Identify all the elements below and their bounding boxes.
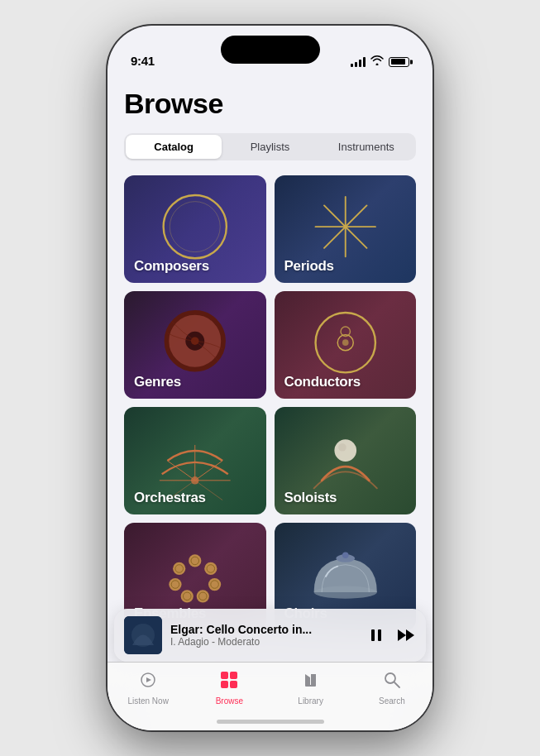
svg-point-21 bbox=[181, 590, 194, 602]
pause-button[interactable] bbox=[368, 627, 385, 644]
svg-rect-36 bbox=[371, 629, 375, 641]
svg-rect-43 bbox=[230, 672, 237, 679]
mini-player-info: Elgar: Cello Concerto in... I. Adagio - … bbox=[170, 623, 360, 648]
tab-library-label: Library bbox=[298, 696, 323, 706]
grid-item-periods[interactable]: Periods bbox=[275, 175, 417, 283]
listen-now-icon bbox=[138, 671, 158, 694]
grid-item-genres[interactable]: Genres bbox=[124, 291, 266, 399]
svg-point-15 bbox=[334, 439, 356, 462]
svg-line-48 bbox=[394, 682, 399, 687]
svg-rect-42 bbox=[221, 672, 228, 679]
skip-forward-button[interactable] bbox=[396, 627, 416, 644]
svg-point-16 bbox=[338, 443, 346, 452]
svg-point-18 bbox=[204, 562, 217, 575]
composers-label: Composers bbox=[134, 258, 209, 275]
tab-search-label: Search bbox=[379, 696, 405, 706]
battery-icon bbox=[389, 57, 409, 67]
mini-player-controls bbox=[368, 627, 416, 644]
svg-rect-44 bbox=[221, 681, 228, 688]
svg-point-0 bbox=[164, 195, 227, 258]
tab-browse-label: Browse bbox=[216, 696, 243, 706]
genres-label: Genres bbox=[134, 374, 181, 390]
dynamic-island bbox=[221, 36, 320, 64]
grid-item-soloists[interactable]: Soloists bbox=[275, 407, 417, 514]
svg-rect-45 bbox=[230, 681, 237, 688]
orchestras-label: Orchestras bbox=[134, 490, 206, 506]
grid-item-orchestras[interactable]: Orchestras bbox=[124, 407, 266, 514]
page-title: Browse bbox=[124, 88, 416, 120]
svg-marker-41 bbox=[146, 677, 151, 682]
tab-browse[interactable]: Browse bbox=[189, 671, 270, 706]
svg-point-17 bbox=[189, 554, 201, 567]
svg-point-47 bbox=[385, 673, 395, 683]
svg-point-14 bbox=[191, 476, 199, 485]
mini-player-artwork bbox=[124, 616, 162, 654]
svg-marker-39 bbox=[406, 629, 414, 641]
svg-point-23 bbox=[173, 562, 185, 575]
svg-point-12 bbox=[342, 339, 348, 346]
tab-listen-now[interactable]: Listen Now bbox=[108, 671, 189, 706]
segmented-control: Catalog Playlists Instruments bbox=[124, 133, 416, 160]
browse-grid: Composers Periods bbox=[124, 175, 416, 630]
tab-playlists[interactable]: Playlists bbox=[222, 135, 318, 159]
svg-rect-37 bbox=[378, 629, 381, 641]
tab-listen-now-label: Listen Now bbox=[127, 696, 168, 706]
status-time: 9:41 bbox=[131, 54, 155, 68]
home-indicator bbox=[217, 720, 324, 724]
periods-label: Periods bbox=[284, 258, 334, 275]
search-icon bbox=[383, 671, 401, 694]
svg-point-22 bbox=[169, 578, 181, 591]
tab-catalog[interactable]: Catalog bbox=[126, 135, 222, 159]
browse-icon bbox=[220, 671, 238, 694]
svg-rect-46 bbox=[305, 685, 316, 687]
svg-point-33 bbox=[342, 552, 348, 558]
status-icons bbox=[351, 55, 409, 68]
main-content: Browse Catalog Playlists Instruments Com… bbox=[108, 74, 432, 662]
mini-player-title: Elgar: Cello Concerto in... bbox=[170, 623, 360, 636]
phone-frame: 9:41 bbox=[108, 26, 432, 730]
signal-icon bbox=[351, 57, 366, 67]
soloists-label: Soloists bbox=[284, 490, 337, 506]
svg-marker-38 bbox=[398, 629, 406, 641]
svg-point-20 bbox=[197, 590, 209, 602]
mini-player[interactable]: Elgar: Cello Concerto in... I. Adagio - … bbox=[114, 609, 426, 662]
wifi-icon bbox=[370, 55, 384, 68]
library-icon bbox=[302, 671, 320, 694]
svg-point-1 bbox=[170, 202, 220, 252]
mini-player-subtitle: I. Adagio - Moderato bbox=[170, 636, 360, 648]
svg-point-19 bbox=[208, 578, 221, 591]
tab-library[interactable]: Library bbox=[270, 671, 351, 706]
tab-instruments[interactable]: Instruments bbox=[318, 135, 414, 159]
conductors-label: Conductors bbox=[284, 374, 361, 390]
grid-item-composers[interactable]: Composers bbox=[124, 175, 266, 283]
phone-screen: 9:41 bbox=[108, 26, 432, 730]
tab-search[interactable]: Search bbox=[351, 671, 432, 706]
grid-item-conductors[interactable]: Conductors bbox=[275, 291, 417, 399]
